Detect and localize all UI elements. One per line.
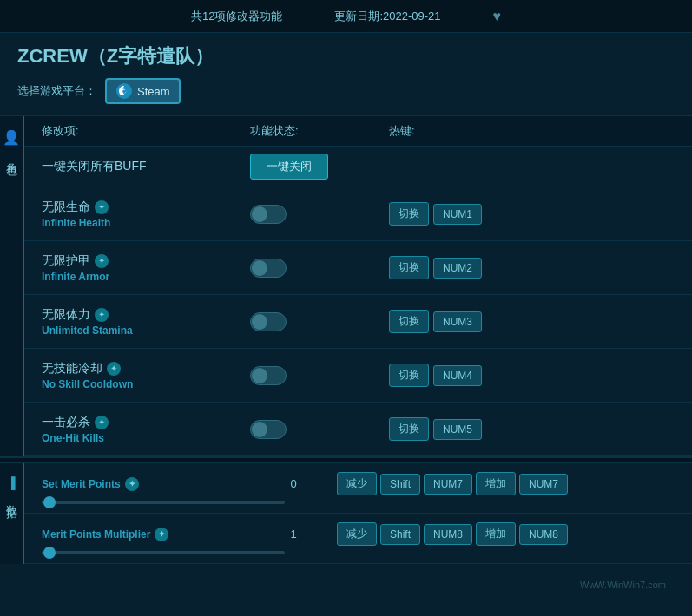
hotkey-col-0: 切换 NUM1 [389,202,675,226]
data-section: ▐ 数据 Set Merit Points ✦ 0 减少 S [0,463,692,564]
hotkey-col-4: 切换 NUM5 [389,417,675,441]
one-key-name: 一键关闭所有BUFF [42,159,250,174]
toggle-switch-1[interactable] [250,259,287,278]
toggle-col-0 [250,205,389,224]
toggle-switch-0[interactable] [250,205,287,224]
cheat-cn-0: 无限生命 ✦ [42,200,250,215]
hotkey-key-btn-0[interactable]: NUM1 [433,204,482,225]
star-icon-3: ✦ [107,362,121,376]
slider-track-0 [42,501,337,504]
toggle-switch-4[interactable] [250,420,287,439]
heart-icon[interactable]: ♥ [493,9,502,24]
platform-label: 选择游戏平台： [17,83,96,99]
hotkey-col-1: 切换 NUM2 [389,256,675,279]
steam-button[interactable]: Steam [105,78,181,104]
slider-key1-btn-0[interactable]: NUM7 [424,474,472,495]
col-hotkey-header: 热键: [389,123,675,139]
list-item: Set Merit Points ✦ 0 减少 Shift NUM7 增加 NU… [24,463,692,514]
main-content: ZCREW（Z字特遣队） 选择游戏平台： Steam 👤 角色 [0,33,692,616]
table-row: 无限体力 ✦ Unlimited Stamina 切换 [24,295,692,349]
character-section: 👤 角色 修改项: 功能状态: 热键: 一键关闭所有BUFF 一键关闭 [0,116,692,456]
hotkey-switch-btn-4[interactable]: 切换 [389,417,429,441]
cheat-en-2: Unlimited Stamina [42,324,250,337]
hotkey-col-2: 切换 NUM3 [389,310,675,333]
slider-track-1 [42,551,337,554]
cheat-en-1: Infinite Armor [42,271,250,283]
one-key-button[interactable]: 一键关闭 [250,154,328,180]
slider-increase-btn-0[interactable]: 增加 [476,472,516,495]
hotkey-key-btn-2[interactable]: NUM3 [433,311,482,332]
cheat-en-4: One-Hit Kills [42,432,250,444]
watermark: WwW.WinWin7.com [580,580,666,590]
hotkey-key-btn-3[interactable]: NUM4 [433,365,482,386]
cheat-name-col-4: 一击必杀 ✦ One-Hit Kills [42,415,250,444]
hotkey-switch-btn-1[interactable]: 切换 [389,256,429,279]
slider-row1-0: Set Merit Points ✦ 0 减少 Shift NUM7 增加 NU… [42,472,675,495]
col-name-header: 修改项: [42,123,250,139]
slider-thumb-0[interactable] [43,496,56,508]
slider-increase-btn-1[interactable]: 增加 [476,522,516,546]
slider-star-0: ✦ [125,477,139,491]
slider-name-0: Set Merit Points ✦ [42,477,250,491]
slider-decrease-btn-1[interactable]: 减少 [337,522,377,546]
toggle-col-1 [250,259,389,278]
slider-decrease-btn-0[interactable]: 减少 [337,472,377,495]
cheat-en-0: Infinite Health [42,217,250,229]
hotkey-col-3: 切换 NUM4 [389,364,675,387]
table-row: 一击必杀 ✦ One-Hit Kills 切换 NUM5 [24,403,692,456]
data-icon: ▐ [7,476,15,489]
slider-value-1: 1 [250,528,337,541]
toggle-switch-3[interactable] [250,366,287,385]
char-sidebar: 👤 角色 [0,116,24,456]
slider-row1-1: Merit Points Multiplier ✦ 1 减少 Shift NUM… [42,522,675,546]
slider-key1-btn-1[interactable]: NUM8 [424,524,472,545]
svg-point-0 [116,83,132,99]
count-label: 共12项修改器功能 [191,9,282,24]
slider-key2-btn-1[interactable]: NUM8 [519,524,568,545]
toggle-col-3 [250,366,389,385]
slider-key2-btn-0[interactable]: NUM7 [519,474,568,495]
slider-shift1-btn-1[interactable]: Shift [380,524,420,545]
section-separator [0,456,692,463]
cheat-cn-3: 无技能冷却 ✦ [42,361,250,377]
char-icon: 👤 [3,129,20,146]
toggle-knob-3 [252,368,267,383]
cheat-en-3: No Skill Cooldown [42,378,250,390]
full-section: ZCREW（Z字特遣队） 选择游戏平台： Steam 👤 角色 [0,33,692,616]
slider-thumb-1[interactable] [43,547,56,559]
table-header: 修改项: 功能状态: 热键: [24,116,692,147]
slider-shift1-btn-0[interactable]: Shift [380,474,420,495]
hotkey-switch-btn-3[interactable]: 切换 [389,364,429,387]
cheat-name-col-1: 无限护甲 ✦ Infinite Armor [42,253,250,283]
hotkey-switch-btn-2[interactable]: 切换 [389,310,429,333]
table-row: 无技能冷却 ✦ No Skill Cooldown 切换 [24,349,692,403]
cheat-cn-2: 无限体力 ✦ [42,307,250,323]
table-row: 无限护甲 ✦ Infinite Armor 切换 NUM [24,241,692,295]
col-status-header: 功能状态: [250,123,389,139]
toggle-col-4 [250,420,389,439]
table-row: 无限生命 ✦ Infinite Health 切换 NU [24,187,692,241]
update-label: 更新日期:2022-09-21 [334,9,440,24]
slider-row2-0 [42,501,675,504]
app-title: ZCREW（Z字特遣队） [17,43,675,69]
cheat-name-col-2: 无限体力 ✦ Unlimited Stamina [42,307,250,337]
hotkey-switch-btn-0[interactable]: 切换 [389,202,429,226]
toggle-switch-2[interactable] [250,312,287,331]
cheat-cn-1: 无限护甲 ✦ [42,253,250,269]
char-label: 角色 [3,153,19,158]
cheat-name-col-0: 无限生命 ✦ Infinite Health [42,200,250,229]
slider-row2-1 [42,551,675,554]
top-bar: 共12项修改器功能 更新日期:2022-09-21 ♥ [0,0,692,33]
platform-row: 选择游戏平台： Steam [17,78,675,104]
star-icon-4: ✦ [95,416,109,429]
header-section: ZCREW（Z字特遣队） 选择游戏平台： Steam [0,33,692,116]
hotkey-key-btn-1[interactable]: NUM2 [433,258,482,279]
slider-value-0: 0 [250,477,337,490]
toggle-knob-2 [252,314,267,330]
char-content: 修改项: 功能状态: 热键: 一键关闭所有BUFF 一键关闭 [24,116,692,456]
toggle-knob-1 [252,260,267,276]
cheat-name-col-3: 无技能冷却 ✦ No Skill Cooldown [42,361,250,390]
hotkey-key-btn-4[interactable]: NUM5 [433,419,482,440]
slider-hotkeys-0: 减少 Shift NUM7 增加 NUM7 [337,472,675,495]
cheat-list: 无限生命 ✦ Infinite Health 切换 NU [24,187,692,456]
